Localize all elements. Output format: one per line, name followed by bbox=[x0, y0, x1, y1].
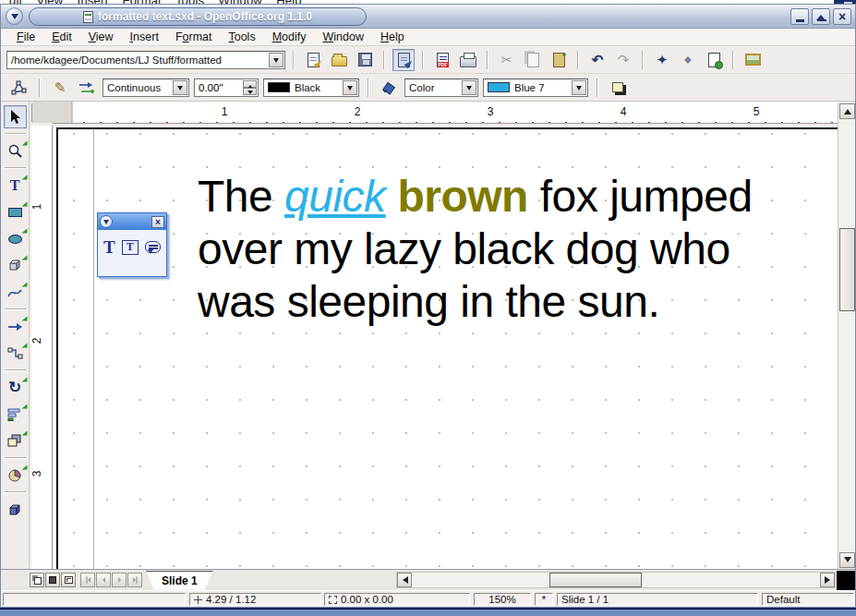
export-pdf-button[interactable] bbox=[431, 49, 453, 71]
tool-lines-arrows[interactable] bbox=[4, 315, 27, 338]
insert-pie-icon bbox=[7, 468, 22, 483]
vruler-number: 1 bbox=[30, 204, 44, 211]
new-document-button[interactable] bbox=[302, 49, 324, 71]
menu-format[interactable]: Format bbox=[167, 30, 221, 44]
cut-button[interactable]: ✂ bbox=[496, 49, 518, 71]
tool-alignment[interactable] bbox=[4, 403, 27, 426]
slide-tab[interactable]: Slide 1 bbox=[146, 571, 213, 590]
spin-down-button[interactable] bbox=[243, 88, 257, 95]
tool-zoom[interactable] bbox=[4, 139, 27, 163]
rectangle-icon bbox=[8, 208, 22, 217]
menu-tools[interactable]: Tools bbox=[220, 30, 263, 44]
find-button[interactable]: ⌖ bbox=[677, 49, 699, 71]
horizontal-ruler[interactable]: 1 2 3 4 5 bbox=[53, 102, 838, 124]
minimize-icon bbox=[796, 19, 804, 22]
window-menu-button[interactable] bbox=[6, 7, 23, 25]
menu-insert[interactable]: Insert bbox=[122, 30, 167, 44]
menu-modify[interactable]: Modify bbox=[264, 30, 315, 44]
tool-text[interactable]: T bbox=[4, 174, 27, 197]
floating-toolbar-menu-button[interactable] bbox=[100, 215, 113, 228]
open-button[interactable] bbox=[328, 49, 350, 71]
view-mode-button-1[interactable] bbox=[30, 573, 44, 587]
tool-arrange[interactable] bbox=[4, 429, 27, 453]
view-mode-button-2[interactable] bbox=[45, 573, 60, 587]
document-path-combobox[interactable]: /home/kdagee/Documents/LJ Stuff/formatte… bbox=[6, 51, 285, 69]
paste-button[interactable]: ▸ bbox=[548, 49, 570, 71]
line-style-dropdown-button[interactable] bbox=[173, 80, 187, 95]
tool-3d-objects[interactable] bbox=[4, 254, 27, 277]
titlebar[interactable]: formatted text.sxd - OpenOffice.org 1.1.… bbox=[1, 5, 855, 29]
edit-points-button[interactable] bbox=[8, 77, 30, 99]
save-button[interactable] bbox=[354, 49, 376, 71]
copy-button[interactable] bbox=[522, 49, 544, 71]
line-width-spinbox[interactable]: 0.00" bbox=[194, 79, 259, 97]
chevron-down-icon bbox=[273, 58, 279, 66]
previous-slide-button[interactable] bbox=[96, 573, 111, 587]
next-slide-button[interactable] bbox=[112, 573, 127, 587]
web-document-button[interactable] bbox=[703, 49, 725, 71]
tool-curve[interactable] bbox=[4, 281, 27, 304]
tool-rectangle[interactable] bbox=[4, 200, 27, 223]
find-icon: ⌖ bbox=[684, 53, 692, 66]
size-icon bbox=[329, 596, 337, 604]
drawing-canvas[interactable]: The quick brown fox jumped over my lazy … bbox=[54, 126, 838, 569]
vruler-number: 3 bbox=[30, 471, 44, 477]
tool-insert[interactable] bbox=[4, 464, 27, 487]
edit-file-button[interactable] bbox=[392, 49, 415, 71]
floating-toolbar-titlebar[interactable]: × bbox=[98, 213, 166, 230]
floating-toolbar-close-button[interactable]: × bbox=[151, 216, 164, 228]
menu-file[interactable]: File bbox=[8, 30, 43, 44]
line-color-dropdown-button[interactable] bbox=[343, 80, 357, 95]
first-slide-button[interactable] bbox=[80, 573, 95, 587]
window-resize-corner[interactable] bbox=[837, 571, 855, 590]
view-mode-button-3[interactable] bbox=[61, 573, 76, 587]
scroll-up-button[interactable] bbox=[839, 103, 855, 119]
path-dropdown-button[interactable] bbox=[269, 53, 283, 67]
scroll-right-button[interactable] bbox=[820, 573, 835, 587]
tool-rotate[interactable]: ↻ bbox=[4, 376, 27, 399]
callout-icon[interactable] bbox=[145, 241, 161, 253]
tool-ellipse[interactable] bbox=[4, 227, 27, 250]
vertical-scroll-thumb[interactable] bbox=[839, 228, 855, 311]
gallery-button[interactable] bbox=[741, 49, 764, 71]
arrow-style-button[interactable] bbox=[76, 77, 98, 99]
scroll-left-button[interactable] bbox=[397, 573, 412, 587]
redo-button[interactable]: ↷ bbox=[612, 49, 634, 71]
menu-window[interactable]: Window bbox=[314, 30, 371, 44]
status-zoom-field[interactable]: 150% bbox=[474, 593, 531, 606]
tool-connector[interactable] bbox=[4, 342, 27, 365]
fill-style-combobox[interactable]: Color bbox=[404, 79, 478, 97]
horizontal-scroll-thumb[interactable] bbox=[549, 573, 642, 587]
spin-up-button[interactable] bbox=[243, 80, 257, 88]
tool-select[interactable] bbox=[4, 105, 27, 128]
close-button[interactable]: × bbox=[833, 8, 851, 25]
menu-help[interactable]: Help bbox=[372, 30, 413, 44]
scroll-down-button[interactable] bbox=[839, 552, 855, 568]
line-color-combobox[interactable]: Black bbox=[263, 79, 359, 97]
slide-text-block[interactable]: The quick brown fox jumped over my lazy … bbox=[198, 170, 807, 328]
status-template-field[interactable]: Default bbox=[762, 593, 854, 606]
maximize-button[interactable] bbox=[812, 8, 830, 25]
print-button[interactable] bbox=[457, 49, 479, 71]
vertical-ruler[interactable]: 1 2 3 bbox=[31, 126, 53, 569]
text-floating-toolbar[interactable]: × T T bbox=[97, 212, 167, 277]
horizontal-scrollbar[interactable] bbox=[396, 572, 836, 588]
fit-text-to-frame-icon[interactable]: T bbox=[122, 240, 139, 255]
undo-button[interactable]: ↶ bbox=[586, 49, 609, 71]
tool-3d-controller[interactable] bbox=[4, 498, 27, 521]
menu-edit[interactable]: Edit bbox=[43, 30, 80, 44]
line-style-combobox[interactable]: Continuous bbox=[102, 79, 189, 97]
vertical-scrollbar[interactable] bbox=[838, 103, 855, 569]
navigator-button[interactable]: ✦ bbox=[651, 49, 673, 71]
fill-style-dropdown-button[interactable] bbox=[462, 80, 476, 95]
hruler-number: 4 bbox=[619, 105, 629, 118]
line-button[interactable]: ✎ bbox=[49, 77, 71, 99]
minimize-button[interactable] bbox=[790, 8, 809, 25]
menu-view[interactable]: View bbox=[80, 30, 122, 44]
fill-button[interactable] bbox=[378, 77, 400, 99]
text-tool-icon[interactable]: T bbox=[103, 238, 115, 256]
fill-color-dropdown-button[interactable] bbox=[572, 80, 586, 95]
last-slide-button[interactable] bbox=[127, 573, 142, 587]
fill-color-combobox[interactable]: Blue 7 bbox=[483, 79, 588, 97]
shadow-button[interactable] bbox=[607, 77, 629, 99]
